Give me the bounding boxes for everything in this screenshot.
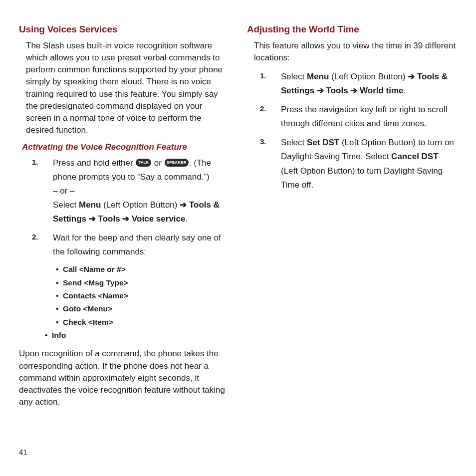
arrow-icon: ➔ (122, 214, 129, 224)
page-number: 41 (19, 448, 27, 456)
step-text: (Left Option Button) to turn Daylight Sa… (281, 166, 443, 190)
step-1: 1. Press and hold either TALK or SPEAKER… (45, 156, 229, 226)
path-segment: World time (357, 86, 403, 95)
speaker-key-icon: SPEAKER (165, 159, 189, 167)
step-text: or (154, 158, 164, 168)
step-number: 1. (32, 156, 38, 169)
menu-label: Menu (307, 72, 329, 81)
step-text: Wait for the beep and then clearly say o… (53, 233, 221, 256)
steps-activating: 1. Press and hold either TALK or SPEAKER… (19, 156, 229, 342)
cancel-dst-label: Cancel DST (391, 152, 438, 161)
arrow-icon: ➔ (408, 72, 415, 81)
step-3: 3. Select Set DST (Left Option Button) t… (273, 136, 457, 192)
step-2: 2. Press the navigation key left or righ… (273, 103, 457, 131)
arrow-icon: ➔ (180, 200, 187, 210)
step-text: Press and hold either (53, 158, 135, 168)
step-number: 2. (32, 231, 38, 243)
list-item: Send <Msg Type> (63, 276, 229, 289)
voice-commands-list: Call <Name or #> Send <Msg Type> Contact… (53, 263, 229, 342)
step-number: 1. (260, 70, 266, 82)
list-item: Goto <Menu> (63, 302, 229, 315)
arrow-icon: ➔ (350, 86, 357, 95)
step-text: (Left Option Button) (101, 200, 180, 210)
menu-label: Menu (79, 200, 101, 210)
heading-voice-services: Using Voices Services (19, 24, 229, 35)
step-text: Select (53, 200, 79, 210)
step-2: 2. Wait for the beep and then clearly sa… (45, 231, 229, 342)
arrow-icon: ➔ (317, 86, 324, 95)
or-divider: – or – (53, 186, 74, 196)
subheading-activating: Activating the Voice Recognition Feature (19, 142, 229, 152)
intro-world-time: This feature allows you to view the time… (247, 40, 457, 64)
heading-world-time: Adjusting the World Time (247, 24, 457, 35)
path-segment: Voice service (129, 214, 185, 224)
page-columns: Using Voices Services The Slash uses bui… (19, 24, 457, 408)
step-text: Select (281, 72, 307, 81)
list-item: Info (52, 329, 229, 342)
set-dst-label: Set DST (307, 138, 339, 147)
steps-world-time: 1. Select Menu (Left Option Button) ➔ To… (247, 70, 457, 192)
list-item: Check <Item> (63, 316, 229, 329)
followup-text: Upon recognition of a command, the phone… (19, 348, 229, 408)
step-number: 3. (260, 136, 266, 148)
path-segment: Tools (324, 86, 351, 95)
step-1: 1. Select Menu (Left Option Button) ➔ To… (273, 70, 457, 98)
path-segment: Tools (96, 214, 123, 224)
intro-voice-services: The Slash uses built-in voice recognitio… (19, 40, 229, 136)
step-text: (Left Option Button) (329, 72, 408, 81)
arrow-icon: ➔ (89, 214, 96, 224)
list-item: Call <Name or #> (63, 263, 229, 276)
step-number: 2. (260, 103, 266, 115)
list-item: Contacts <Name> (63, 289, 229, 302)
step-text: Press the navigation key left or right t… (281, 105, 448, 128)
step-text: Select (281, 138, 307, 147)
right-column: Adjusting the World Time This feature al… (247, 24, 457, 408)
left-column: Using Voices Services The Slash uses bui… (19, 24, 229, 408)
talk-key-icon: TALK (136, 159, 151, 167)
